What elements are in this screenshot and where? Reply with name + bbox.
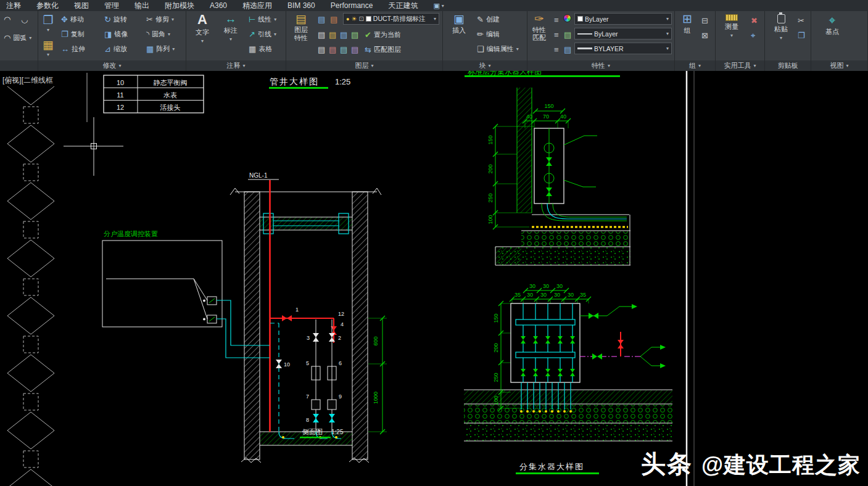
layer-tool-7[interactable]: ▤ [338,43,349,56]
dim-label: 30 [529,283,535,289]
layer-off-button[interactable]: ▤ [316,13,327,26]
set-current-button[interactable]: ✔置为当前 [363,28,403,41]
panel-label-modify[interactable]: 修改▾ [38,60,186,71]
chevron-down-icon: ▾ [274,31,276,37]
menu-item-annotate[interactable]: 注释 [6,1,21,11]
layer-dropdown[interactable]: ● ☀ ⊡ DUCT-防排烟标注 ▾ [343,13,439,25]
drawing-canvas[interactable]: .w1{stroke:#e8e8e8;stroke-width:1;fill:n… [0,0,868,486]
arc-dropdown-button[interactable]: ◠ 圆弧 ▾ [2,31,33,44]
layer-tool-5[interactable]: ▤ [316,43,327,56]
menu-item-parametric[interactable]: 参数化 [36,1,59,11]
current-linetype: ByLayer [594,30,618,38]
menu-item-addins[interactable]: 附加模块 [165,1,194,11]
text-button[interactable]: A 文字 ▾ [189,13,216,44]
layer-tool-8[interactable]: ▤ [349,43,360,56]
rotate-button[interactable]: ↻旋转 [102,13,129,26]
panel-label-annotate[interactable]: 注释▾ [186,60,286,71]
move-icon: ✥ [61,15,68,23]
dim-label: 35 [515,292,521,298]
group-edit-button[interactable]: ⊠ [700,29,710,42]
button-label: 移动 [70,15,84,24]
layer-tool-6[interactable]: ▤ [327,43,338,56]
lineweight-dropdown[interactable]: BYLAYER ▾ [574,43,672,54]
viewport-controls-label[interactable]: [俯视][二维线框 [2,76,53,84]
layer-tool-3[interactable]: ▤ [338,28,349,41]
group-button[interactable]: ⊞ 组 [677,13,697,35]
panel-label-groups[interactable]: 组▾ [675,60,715,71]
fillet-button[interactable]: ◝圆角▾ [144,28,172,41]
dimension-button[interactable]: ↔ 标注 ▾ [218,13,243,42]
menu-item-view[interactable]: 视图 [74,1,89,11]
base-point-button[interactable]: ⌖ 基点 [819,14,846,36]
copy-button[interactable]: ❐复制 [59,28,86,41]
color-dropdown[interactable]: ByLayer ▾ [574,13,672,25]
id-point-button[interactable]: ✖ [749,14,759,27]
ribbon-state-button[interactable]: ▣ ▾ [433,2,444,10]
ungroup-button[interactable]: ⊟ [700,14,710,27]
properties-list-button[interactable]: ≡ [552,14,561,27]
panel-label-text: 组 [689,61,696,70]
create-block-button[interactable]: ✎创建 [475,13,502,26]
modify-featured-button-2[interactable]: ▦ ▾ [39,39,57,57]
layer-tool-icon: ▤ [340,46,347,54]
menu-item-a360[interactable]: A360 [210,1,227,10]
panel-label-view[interactable]: 视图▾ [811,60,867,71]
stretch-button[interactable]: ↔拉伸 [59,43,87,56]
match-properties-button[interactable]: ✑ 特性匹配 [529,13,550,41]
linear-dim-button[interactable]: ⊢线性▾ [247,13,278,26]
layer-tool-1[interactable]: ▤ [316,28,327,41]
match-layer-button[interactable]: ⇆匹配图层 [363,43,403,56]
copy-clip-button[interactable]: ❐ [796,29,807,42]
chevron-down-icon: ▾ [229,36,232,42]
edit-block-button[interactable]: ✏编辑 [475,28,502,41]
wall-section-detail: 150 40 70 40 150 200 2 [487,88,630,265]
panel-label-block[interactable]: 块▾ [443,60,527,71]
watermark-handle: @建设工程之家 [701,450,861,480]
chevron-down-icon: ▾ [29,35,31,41]
panel-label-properties[interactable]: 特性▾ [527,60,674,71]
menu-item-featured-apps[interactable]: 精选应用 [242,1,272,11]
chevron-down-icon: ▾ [780,35,782,41]
mirror-icon: ◨ [104,30,112,38]
item-tag: 12 [338,311,344,317]
panel-label-layers[interactable]: 图层▾ [286,60,442,71]
menu-item-output[interactable]: 输出 [134,1,149,11]
shaft-detail-drawing: NGL-1 [230,172,387,463]
panel-properties: ✑ 特性匹配 ≡ ByLayer ▾ ≡ ▤ ByLayer ▾ ≡ [527,11,675,71]
floor-loop-pipes [520,382,572,413]
item-tag: 8 [306,417,309,423]
lineweight-tool-2[interactable]: ▤ [562,43,573,56]
array-button[interactable]: ▦阵列▾ [144,43,176,56]
trim-button[interactable]: ✂修剪▾ [144,13,176,26]
panel-label-clipboard[interactable]: 剪贴板 [765,60,811,71]
edit-attributes-button[interactable]: ❑编辑属性▾ [475,43,521,56]
menu-bar: 注释 参数化 视图 管理 输出 附加模块 A360 精选应用 BIM 360 P… [0,0,868,11]
insert-block-button[interactable]: ▣ 插入 [447,13,471,35]
table-button[interactable]: ▦表格 [247,43,274,56]
layer-tool-2[interactable]: ▤ [327,28,338,41]
mirror-button[interactable]: ◨镜像 [102,28,130,41]
cut-button[interactable]: ✂ [796,14,806,27]
layer-isolate-button[interactable]: ▤ [328,13,339,26]
leader-button[interactable]: ↗引线▾ [247,28,278,41]
panel-label-utilities[interactable]: 实用工具▾ [716,60,764,71]
linetype-tool-2[interactable]: ▤ [562,28,573,41]
paste-button[interactable]: 粘贴 ▾ [769,14,793,41]
quick-select-button[interactable]: ⌖ [749,29,757,42]
menu-item-bim360[interactable]: BIM 360 [287,1,315,10]
modify-featured-button-1[interactable]: ❐ ▾ [39,14,57,33]
layer-tool-4[interactable]: ▤ [349,28,360,41]
layer-properties-button[interactable]: ▤ 图层特性 [287,13,315,41]
arc-button[interactable]: ◠ [2,13,12,26]
menu-item-performance[interactable]: Performance [331,1,373,10]
menu-item-manage[interactable]: 管理 [104,1,119,11]
arc-alt-button[interactable]: ◡ [19,13,30,26]
scale-button[interactable]: ⊿缩放 [102,43,129,56]
linetype-dropdown[interactable]: ByLayer ▾ [574,28,672,39]
move-button[interactable]: ✥移动 [59,13,86,26]
menu-item-tianzheng[interactable]: 天正建筑 [388,1,418,11]
current-lineweight: BYLAYER [594,45,624,52]
linetype-tool-1[interactable]: ≡ [552,28,561,41]
lineweight-tool-1[interactable]: ≡ [552,43,561,56]
measure-button[interactable]: 测量 ▾ [718,14,745,38]
